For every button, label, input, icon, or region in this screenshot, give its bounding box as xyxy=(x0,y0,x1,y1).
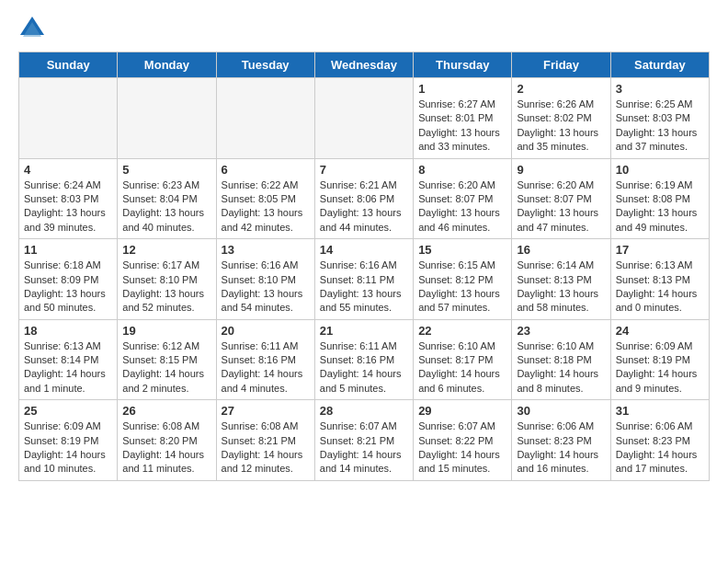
day-number: 17 xyxy=(616,243,704,257)
calendar-cell: 23Sunrise: 6:10 AM Sunset: 8:18 PM Dayli… xyxy=(512,319,610,400)
weekday-header-row: SundayMondayTuesdayWednesdayThursdayFrid… xyxy=(19,52,710,78)
day-number: 7 xyxy=(320,163,408,177)
calendar-week-2: 4Sunrise: 6:24 AM Sunset: 8:03 PM Daylig… xyxy=(19,158,710,239)
day-detail: Sunrise: 6:20 AM Sunset: 8:07 PM Dayligh… xyxy=(517,178,605,236)
calendar-cell xyxy=(314,78,413,159)
day-detail: Sunrise: 6:08 AM Sunset: 8:21 PM Dayligh… xyxy=(222,419,310,477)
day-detail: Sunrise: 6:09 AM Sunset: 8:19 PM Dayligh… xyxy=(616,339,704,396)
calendar-cell: 2Sunrise: 6:26 AM Sunset: 8:02 PM Daylig… xyxy=(512,78,610,159)
day-detail: Sunrise: 6:13 AM Sunset: 8:13 PM Dayligh… xyxy=(616,259,704,316)
day-detail: Sunrise: 6:16 AM Sunset: 8:11 PM Dayligh… xyxy=(320,259,408,316)
day-number: 12 xyxy=(122,243,210,257)
calendar-week-4: 18Sunrise: 6:13 AM Sunset: 8:14 PM Dayli… xyxy=(19,319,710,400)
weekday-header-friday: Friday xyxy=(512,52,610,78)
calendar-cell: 27Sunrise: 6:08 AM Sunset: 8:21 PM Dayli… xyxy=(216,400,314,481)
calendar-cell: 5Sunrise: 6:23 AM Sunset: 8:04 PM Daylig… xyxy=(118,158,216,239)
calendar-cell: 10Sunrise: 6:19 AM Sunset: 8:08 PM Dayli… xyxy=(610,158,709,239)
calendar-cell: 31Sunrise: 6:06 AM Sunset: 8:23 PM Dayli… xyxy=(610,400,709,481)
calendar-cell: 11Sunrise: 6:18 AM Sunset: 8:09 PM Dayli… xyxy=(19,239,118,320)
day-detail: Sunrise: 6:20 AM Sunset: 8:07 PM Dayligh… xyxy=(418,178,506,236)
calendar-cell: 19Sunrise: 6:12 AM Sunset: 8:15 PM Dayli… xyxy=(118,319,216,400)
calendar-cell: 24Sunrise: 6:09 AM Sunset: 8:19 PM Dayli… xyxy=(610,319,709,400)
day-detail: Sunrise: 6:15 AM Sunset: 8:12 PM Dayligh… xyxy=(418,259,506,316)
calendar-cell: 17Sunrise: 6:13 AM Sunset: 8:13 PM Dayli… xyxy=(610,239,709,320)
weekday-header-wednesday: Wednesday xyxy=(314,52,413,78)
calendar-cell: 26Sunrise: 6:08 AM Sunset: 8:20 PM Dayli… xyxy=(118,400,216,481)
day-number: 1 xyxy=(418,82,506,96)
weekday-header-saturday: Saturday xyxy=(610,52,709,78)
day-detail: Sunrise: 6:24 AM Sunset: 8:03 PM Dayligh… xyxy=(24,178,112,236)
day-number: 5 xyxy=(122,163,210,177)
calendar-cell xyxy=(216,78,314,159)
day-detail: Sunrise: 6:11 AM Sunset: 8:16 PM Dayligh… xyxy=(222,339,310,396)
day-detail: Sunrise: 6:27 AM Sunset: 8:01 PM Dayligh… xyxy=(418,98,506,155)
day-detail: Sunrise: 6:13 AM Sunset: 8:14 PM Dayligh… xyxy=(24,339,112,396)
day-number: 13 xyxy=(222,243,310,257)
day-number: 15 xyxy=(418,243,506,257)
calendar-cell: 3Sunrise: 6:25 AM Sunset: 8:03 PM Daylig… xyxy=(610,78,709,159)
calendar-cell: 1Sunrise: 6:27 AM Sunset: 8:01 PM Daylig… xyxy=(414,78,512,159)
calendar-cell: 16Sunrise: 6:14 AM Sunset: 8:13 PM Dayli… xyxy=(512,239,610,320)
day-detail: Sunrise: 6:16 AM Sunset: 8:10 PM Dayligh… xyxy=(222,259,310,316)
page-header xyxy=(18,15,710,42)
day-detail: Sunrise: 6:18 AM Sunset: 8:09 PM Dayligh… xyxy=(24,259,112,316)
day-number: 22 xyxy=(418,324,506,338)
calendar-cell: 29Sunrise: 6:07 AM Sunset: 8:22 PM Dayli… xyxy=(414,400,512,481)
calendar-cell: 14Sunrise: 6:16 AM Sunset: 8:11 PM Dayli… xyxy=(314,239,413,320)
day-number: 16 xyxy=(517,243,605,257)
logo-icon xyxy=(18,15,46,42)
day-detail: Sunrise: 6:22 AM Sunset: 8:05 PM Dayligh… xyxy=(222,178,310,236)
calendar-cell: 6Sunrise: 6:22 AM Sunset: 8:05 PM Daylig… xyxy=(216,158,314,239)
calendar-cell: 15Sunrise: 6:15 AM Sunset: 8:12 PM Dayli… xyxy=(414,239,512,320)
day-number: 25 xyxy=(24,404,112,418)
calendar-week-5: 25Sunrise: 6:09 AM Sunset: 8:19 PM Dayli… xyxy=(19,400,710,481)
day-detail: Sunrise: 6:12 AM Sunset: 8:15 PM Dayligh… xyxy=(122,339,210,396)
day-number: 11 xyxy=(24,243,112,257)
day-detail: Sunrise: 6:14 AM Sunset: 8:13 PM Dayligh… xyxy=(517,259,605,316)
day-number: 21 xyxy=(320,324,408,338)
day-number: 26 xyxy=(122,404,210,418)
day-detail: Sunrise: 6:21 AM Sunset: 8:06 PM Dayligh… xyxy=(320,178,408,236)
day-number: 6 xyxy=(222,163,310,177)
weekday-header-monday: Monday xyxy=(118,52,216,78)
day-detail: Sunrise: 6:11 AM Sunset: 8:16 PM Dayligh… xyxy=(320,339,408,396)
logo xyxy=(18,15,50,42)
day-number: 4 xyxy=(24,163,112,177)
day-number: 23 xyxy=(517,324,605,338)
weekday-header-thursday: Thursday xyxy=(414,52,512,78)
day-detail: Sunrise: 6:23 AM Sunset: 8:04 PM Dayligh… xyxy=(122,178,210,236)
calendar-cell: 22Sunrise: 6:10 AM Sunset: 8:17 PM Dayli… xyxy=(414,319,512,400)
day-number: 10 xyxy=(616,163,704,177)
day-detail: Sunrise: 6:06 AM Sunset: 8:23 PM Dayligh… xyxy=(616,419,704,477)
calendar-cell: 20Sunrise: 6:11 AM Sunset: 8:16 PM Dayli… xyxy=(216,319,314,400)
calendar-cell: 21Sunrise: 6:11 AM Sunset: 8:16 PM Dayli… xyxy=(314,319,413,400)
day-number: 14 xyxy=(320,243,408,257)
day-detail: Sunrise: 6:09 AM Sunset: 8:19 PM Dayligh… xyxy=(24,419,112,477)
calendar-cell: 8Sunrise: 6:20 AM Sunset: 8:07 PM Daylig… xyxy=(414,158,512,239)
day-detail: Sunrise: 6:17 AM Sunset: 8:10 PM Dayligh… xyxy=(122,259,210,316)
calendar-cell: 13Sunrise: 6:16 AM Sunset: 8:10 PM Dayli… xyxy=(216,239,314,320)
day-detail: Sunrise: 6:06 AM Sunset: 8:23 PM Dayligh… xyxy=(517,419,605,477)
day-number: 8 xyxy=(418,163,506,177)
calendar-cell: 12Sunrise: 6:17 AM Sunset: 8:10 PM Dayli… xyxy=(118,239,216,320)
calendar-cell: 25Sunrise: 6:09 AM Sunset: 8:19 PM Dayli… xyxy=(19,400,118,481)
day-detail: Sunrise: 6:10 AM Sunset: 8:18 PM Dayligh… xyxy=(517,339,605,396)
day-detail: Sunrise: 6:07 AM Sunset: 8:21 PM Dayligh… xyxy=(320,419,408,477)
calendar-cell: 28Sunrise: 6:07 AM Sunset: 8:21 PM Dayli… xyxy=(314,400,413,481)
day-number: 27 xyxy=(222,404,310,418)
day-number: 9 xyxy=(517,163,605,177)
calendar-cell: 7Sunrise: 6:21 AM Sunset: 8:06 PM Daylig… xyxy=(314,158,413,239)
calendar-cell xyxy=(118,78,216,159)
day-detail: Sunrise: 6:08 AM Sunset: 8:20 PM Dayligh… xyxy=(122,419,210,477)
calendar-cell: 18Sunrise: 6:13 AM Sunset: 8:14 PM Dayli… xyxy=(19,319,118,400)
day-number: 18 xyxy=(24,324,112,338)
calendar-table: SundayMondayTuesdayWednesdayThursdayFrid… xyxy=(18,52,710,481)
weekday-header-tuesday: Tuesday xyxy=(216,52,314,78)
day-number: 19 xyxy=(122,324,210,338)
calendar-week-3: 11Sunrise: 6:18 AM Sunset: 8:09 PM Dayli… xyxy=(19,239,710,320)
calendar-cell: 4Sunrise: 6:24 AM Sunset: 8:03 PM Daylig… xyxy=(19,158,118,239)
day-number: 2 xyxy=(517,82,605,96)
day-number: 28 xyxy=(320,404,408,418)
calendar-week-1: 1Sunrise: 6:27 AM Sunset: 8:01 PM Daylig… xyxy=(19,78,710,159)
day-detail: Sunrise: 6:26 AM Sunset: 8:02 PM Dayligh… xyxy=(517,98,605,155)
